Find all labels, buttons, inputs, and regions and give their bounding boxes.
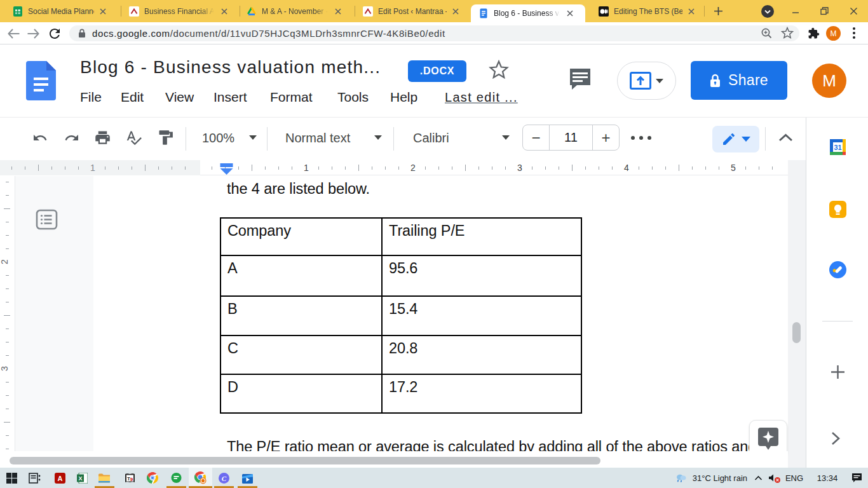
menu-view[interactable]: View — [165, 90, 194, 105]
paint-format-icon[interactable] — [156, 129, 173, 146]
indent-marker[interactable] — [220, 163, 233, 175]
ruler-tick — [438, 166, 439, 170]
minimize-button[interactable] — [786, 0, 805, 22]
table-row: C 20.8 — [220, 336, 581, 374]
action-center-icon[interactable] — [851, 473, 862, 483]
language-indicator[interactable]: ENG — [782, 473, 807, 483]
zoom-select[interactable]: 100% — [202, 131, 234, 146]
zoom-caret-icon — [249, 135, 257, 140]
chrome-icon[interactable] — [141, 468, 164, 488]
menu-file[interactable]: File — [80, 90, 102, 105]
tab-close-icon[interactable] — [219, 6, 229, 17]
file-explorer-icon[interactable] — [93, 468, 116, 488]
get-addons-button[interactable] — [829, 363, 846, 381]
tab-business-financial[interactable]: Business Financial Adv — [121, 0, 239, 22]
back-icon[interactable] — [6, 26, 22, 41]
horizontal-scrollbar-thumb[interactable] — [10, 457, 600, 464]
tab-close-icon[interactable] — [451, 6, 461, 17]
ruler-tick — [572, 165, 573, 171]
tab-close-icon[interactable] — [686, 6, 696, 17]
more-toolbar-options-button[interactable] — [631, 136, 651, 140]
extensions-icon[interactable] — [808, 27, 820, 39]
messages-icon[interactable] — [165, 468, 187, 488]
calendar-icon[interactable]: 31 — [829, 139, 846, 156]
clock[interactable]: 13:34 — [807, 473, 848, 483]
url-domain: docs.google.com — [92, 28, 170, 39]
tab-close-icon[interactable] — [565, 8, 575, 18]
tab-close-icon[interactable] — [333, 6, 343, 17]
font-size-value[interactable]: 11 — [549, 125, 593, 150]
reload-icon[interactable] — [47, 26, 62, 41]
restore-button[interactable] — [815, 0, 834, 22]
horizontal-ruler[interactable]: 1 1 2 3 4 5 — [0, 160, 788, 175]
horizontal-scrollbar[interactable] — [0, 451, 788, 468]
browser-profile-avatar[interactable]: M — [826, 26, 841, 41]
last-edit-link[interactable]: Last edit ... — [445, 90, 518, 105]
tab-search-button[interactable] — [760, 0, 775, 22]
tab-close-icon[interactable] — [98, 6, 108, 17]
font-select[interactable]: Calibri — [413, 131, 449, 146]
publish-button[interactable] — [617, 62, 676, 100]
comment-icon[interactable] — [568, 68, 592, 91]
star-document-icon[interactable] — [489, 60, 509, 80]
forward-icon[interactable] — [25, 26, 41, 41]
menu-format[interactable]: Format — [270, 90, 313, 105]
document-canvas[interactable]: the 4 are listed below. Company Trailing… — [15, 176, 788, 451]
start-button[interactable] — [0, 468, 23, 488]
dictionary-app-icon[interactable]: T9 — [118, 468, 141, 488]
tasks-icon[interactable] — [829, 261, 846, 278]
keep-icon[interactable] — [829, 201, 846, 218]
spellcheck-icon[interactable] — [125, 129, 142, 146]
decrease-font-size-button[interactable]: − — [523, 125, 549, 150]
paragraph-style-select[interactable]: Normal text — [285, 131, 350, 146]
tab-edit-post[interactable]: Edit Post ‹ Mantraa — — [355, 0, 470, 22]
editing-mode-button[interactable] — [712, 126, 759, 152]
tab-editing-bts[interactable]: Editing The BTS (Behin — [591, 0, 704, 22]
hidden-icons-chevron[interactable] — [754, 475, 763, 481]
increase-font-size-button[interactable]: + — [593, 125, 619, 150]
weather-icon[interactable] — [675, 473, 688, 483]
undo-icon[interactable] — [31, 130, 49, 146]
document-outline-icon[interactable] — [36, 209, 58, 230]
account-avatar[interactable]: M — [812, 64, 846, 98]
volume-muted-icon[interactable] — [768, 473, 778, 482]
c-app-icon[interactable]: C — [212, 468, 235, 488]
hide-side-panel-icon[interactable] — [831, 431, 841, 445]
menu-insert[interactable]: Insert — [214, 90, 247, 105]
task-view-button[interactable] — [23, 468, 46, 488]
menu-help[interactable]: Help — [390, 90, 417, 105]
menu-edit[interactable]: Edit — [121, 90, 144, 105]
browser-menu-icon[interactable] — [851, 27, 857, 39]
ruler-tick — [318, 166, 319, 170]
tab-blog6-active[interactable]: Blog 6 - Business valua — [471, 4, 585, 22]
close-window-button[interactable] — [844, 0, 863, 22]
ruler-number: 1 — [304, 163, 309, 173]
share-button[interactable]: Share — [691, 61, 787, 100]
ruler-tick — [452, 166, 452, 170]
new-tab-button[interactable] — [709, 0, 728, 22]
movies-tv-icon[interactable] — [236, 468, 259, 488]
zoom-level-icon[interactable] — [761, 27, 773, 39]
vertical-ruler[interactable]: 2 3 — [0, 176, 15, 451]
acrobat-icon[interactable]: A — [48, 468, 71, 488]
menu-tools[interactable]: Tools — [337, 90, 369, 105]
table-cell: Company — [220, 218, 382, 255]
vertical-scrollbar[interactable] — [788, 160, 806, 468]
ruler-number: 4 — [624, 163, 629, 173]
omnibox[interactable]: docs.google.com/document/d/11vuD75HJCq3M… — [69, 25, 799, 41]
docs-logo-icon[interactable] — [26, 61, 56, 101]
tab-social-media-planner[interactable]: Social Media Planner - — [5, 0, 114, 22]
toolbar-separator — [393, 127, 394, 151]
address-bar-row: docs.google.com/document/d/11vuD75HJCq3M… — [0, 22, 868, 44]
print-icon[interactable] — [94, 129, 111, 146]
document-title[interactable]: Blog 6 - Business valuation meth... — [80, 57, 381, 78]
ruler-tick — [158, 166, 159, 170]
vertical-scrollbar-thumb[interactable] — [792, 322, 801, 343]
excel-icon[interactable]: X — [71, 468, 93, 488]
collapse-toolbar-icon[interactable] — [778, 132, 794, 144]
chrome-profile-icon[interactable] — [189, 468, 212, 488]
weather-label[interactable]: 31°C Light rain — [693, 473, 747, 483]
tab-m-and-a[interactable]: M & A - November - G — [240, 0, 355, 22]
bookmark-star-icon[interactable] — [781, 27, 794, 39]
redo-icon[interactable] — [63, 130, 81, 146]
